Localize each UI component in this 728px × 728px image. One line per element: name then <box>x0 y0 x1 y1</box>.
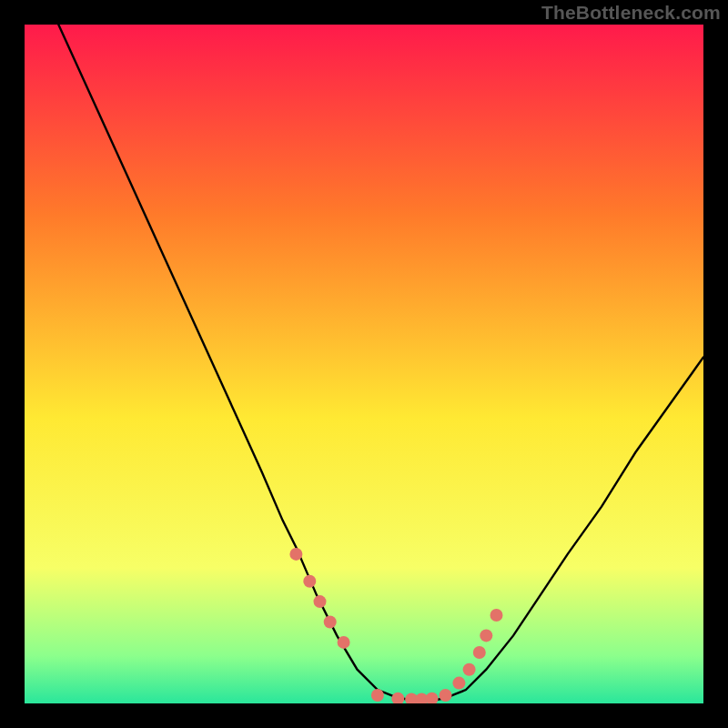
data-marker <box>324 616 337 629</box>
watermark-text: TheBottleneck.com <box>541 2 721 24</box>
data-marker <box>303 575 316 588</box>
data-marker <box>440 689 452 702</box>
plot-svg <box>25 25 703 703</box>
data-marker <box>463 663 476 676</box>
data-marker <box>452 677 465 690</box>
data-marker <box>371 689 384 702</box>
data-marker <box>289 548 302 561</box>
data-marker <box>338 636 350 649</box>
data-marker <box>490 609 503 622</box>
chart-frame: TheBottleneck.com <box>0 0 728 728</box>
plot-area <box>25 25 703 703</box>
gradient-background <box>25 25 703 703</box>
data-marker <box>473 646 486 659</box>
data-marker <box>314 595 327 608</box>
data-marker <box>480 629 492 642</box>
